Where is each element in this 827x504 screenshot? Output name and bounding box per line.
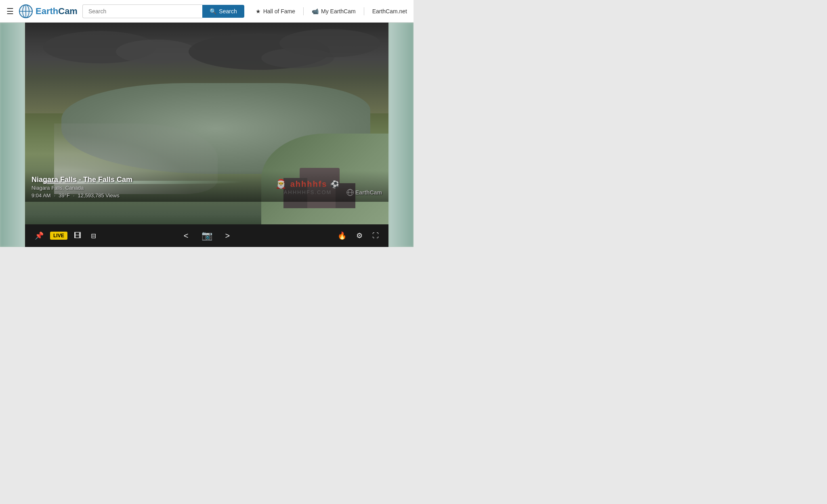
earthcam-logo-icon	[19, 4, 33, 19]
cam-scene: 🎅 ahhhhfs ⚽ AHHHHFS.COM EarthCam	[25, 23, 388, 224]
header: ☰ EarthCam 🔍 Search ★ Hall of Fame 📹 My …	[0, 0, 414, 23]
nav-divider-2	[364, 7, 364, 15]
fullscreen-icon: ⛶	[372, 232, 379, 239]
image-icon: ⊟	[91, 232, 96, 240]
menu-icon[interactable]: ☰	[6, 6, 14, 16]
nav-divider	[303, 7, 304, 15]
header-nav: ★ Hall of Fame 📹 My EarthCam EarthCam.ne…	[256, 7, 407, 15]
cloud-2	[116, 40, 197, 64]
stat-separator-2: ·	[73, 192, 75, 199]
live-badge[interactable]: LIVE	[50, 232, 67, 240]
controls-bar: 📌 LIVE 🎞 ⊟ < 📷 >	[25, 224, 388, 247]
logo-text: EarthCam	[36, 6, 78, 17]
fullscreen-button[interactable]: ⛶	[369, 230, 382, 241]
settings-button[interactable]: ⚙	[353, 230, 366, 242]
cam-stats: 9:04 AM · 39°F · 12,593,785 Views	[31, 192, 382, 199]
image-button[interactable]: ⊟	[88, 230, 99, 242]
logo[interactable]: EarthCam	[19, 4, 78, 19]
cam-views: 12,593,785 Views	[78, 192, 120, 199]
stat-separator-1: ·	[54, 192, 56, 199]
film-icon: 🎞	[74, 232, 81, 240]
controls-left: 📌 LIVE 🎞 ⊟	[31, 229, 99, 243]
cam-temperature: 39°F	[59, 192, 70, 199]
fire-icon: 🔥	[338, 231, 346, 240]
search-container: 🔍 Search	[82, 4, 244, 18]
video-frame[interactable]: 🎅 ahhhhfs ⚽ AHHHHFS.COM EarthCam	[25, 23, 388, 247]
next-button[interactable]: >	[222, 230, 233, 242]
screenshot-button[interactable]: 📷	[198, 229, 216, 243]
gear-icon: ⚙	[356, 231, 363, 240]
camera-icon: 📷	[202, 230, 212, 240]
hall-of-fame-link[interactable]: ★ Hall of Fame	[256, 8, 295, 15]
cam-title: Niagara Falls - The Falls Cam	[31, 176, 382, 184]
search-input[interactable]	[82, 4, 202, 18]
bg-left	[0, 23, 24, 247]
prev-button[interactable]: <	[181, 230, 192, 242]
search-button[interactable]: 🔍 Search	[202, 5, 244, 18]
video-icon: 📹	[312, 8, 319, 15]
video-overlay: Niagara Falls - The Falls Cam Niagara Fa…	[25, 171, 388, 202]
main-wrapper: 🎅 ahhhhfs ⚽ AHHHHFS.COM EarthCam	[0, 23, 414, 247]
controls-right: 🔥 ⚙ ⛶	[334, 230, 382, 242]
cloud-5	[279, 29, 380, 57]
film-button[interactable]: 🎞	[71, 229, 84, 243]
my-earthcam-link[interactable]: 📹 My EarthCam	[312, 8, 356, 15]
controls-center: < 📷 >	[181, 229, 233, 243]
bg-right	[389, 23, 414, 247]
earthcam-net-link[interactable]: EarthCam.net	[372, 8, 407, 15]
star-icon: ★	[256, 8, 261, 15]
search-icon: 🔍	[210, 8, 216, 15]
cam-location: Niagara Falls, Canada	[31, 185, 382, 191]
video-container: 🎅 ahhhhfs ⚽ AHHHHFS.COM EarthCam	[25, 23, 388, 247]
pin-button[interactable]: 📌	[31, 229, 47, 243]
svg-point-4	[19, 5, 32, 18]
fire-button[interactable]: 🔥	[334, 230, 350, 242]
cam-time: 9:04 AM	[31, 192, 51, 199]
